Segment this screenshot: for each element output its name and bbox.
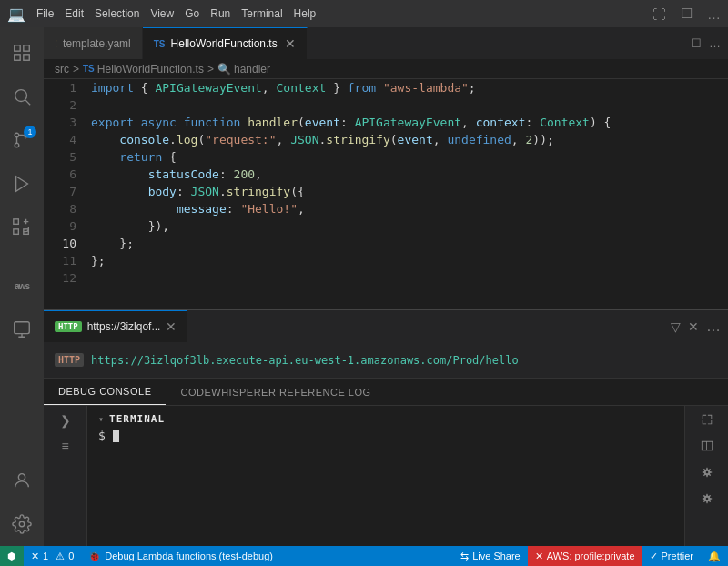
- status-remote[interactable]: ⬢: [0, 546, 24, 566]
- svg-point-15: [19, 521, 25, 527]
- status-aws-profile[interactable]: ✕ AWS: profile:private: [528, 546, 642, 566]
- svg-rect-1: [24, 45, 29, 51]
- terminal-right-buttons: [684, 406, 728, 546]
- breadcrumb-handler[interactable]: handler: [234, 63, 270, 76]
- status-prettier[interactable]: ✓ Prettier: [642, 546, 701, 566]
- code-line-5: return {: [91, 148, 721, 166]
- activity-source-control[interactable]: 1: [0, 118, 44, 162]
- menu-view[interactable]: View: [150, 7, 174, 20]
- titlebar: 💻 File Edit Selection View Go Run Termin…: [0, 0, 728, 27]
- tab-handler-close[interactable]: ✕: [285, 36, 296, 51]
- terminal-content[interactable]: ▾ TERMINAL $: [87, 406, 684, 546]
- sub-tab-debug[interactable]: DEBUG CONSOLE: [44, 379, 166, 405]
- aws-profile-label: AWS: profile:private: [547, 551, 635, 561]
- main-layout: 1 aws ! template.yaml TS: [0, 27, 728, 546]
- activity-extensions[interactable]: [0, 206, 44, 249]
- code-line-10: };: [91, 235, 721, 252]
- activity-remote[interactable]: [0, 308, 44, 351]
- term-maximize-icon[interactable]: [697, 409, 717, 432]
- panel-close-icon[interactable]: ✕: [688, 319, 699, 334]
- panel-minimize-icon[interactable]: ▽: [671, 319, 681, 334]
- sub-tabs: DEBUG CONSOLE CODEWHISPERER REFERENCE LO…: [44, 379, 728, 406]
- menu-file[interactable]: File: [36, 7, 54, 20]
- panel-url-label: https://3izlqof...: [87, 320, 161, 333]
- code-line-1: import { APIGatewayEvent, Context } from…: [91, 79, 721, 96]
- svg-rect-0: [15, 45, 20, 51]
- bell-icon: 🔔: [708, 551, 721, 562]
- app-icon: 💻: [7, 5, 25, 23]
- svg-rect-3: [15, 55, 20, 60]
- activity-accounts[interactable]: [0, 459, 44, 502]
- prettier-label: Prettier: [662, 551, 693, 561]
- terminal-expand-icon[interactable]: ❯: [56, 409, 75, 431]
- terminal-collapse-icon[interactable]: ▾: [98, 414, 104, 424]
- sub-tab-codewhisperer[interactable]: CODEWHISPERER REFERENCE LOG: [166, 379, 385, 405]
- panel-header: HTTP https://3izlqof... ✕ ▽ ✕ …: [44, 310, 728, 342]
- tab-handler-icon: TS: [154, 39, 166, 49]
- status-live-share[interactable]: ⇆ Live Share: [453, 546, 528, 566]
- menu-bar: File Edit Selection View Go Run Terminal…: [36, 7, 316, 20]
- activity-settings[interactable]: [0, 502, 44, 546]
- remote-icon: ⬢: [7, 551, 16, 562]
- terminal-list-icon[interactable]: ≡: [57, 435, 72, 457]
- url-full-text: https://3izlqof3lb.execute-api.eu-west-1…: [91, 354, 519, 367]
- menu-terminal[interactable]: Terminal: [241, 7, 282, 20]
- code-line-6: statusCode: 200,: [91, 166, 721, 183]
- split-editor-icon[interactable]: ☐: [691, 36, 702, 50]
- more-tabs-icon[interactable]: …: [709, 36, 721, 50]
- breadcrumb: src > TS HelloWorldFunction.ts > 🔍 handl…: [44, 59, 728, 79]
- activity-bar: 1 aws: [0, 27, 44, 546]
- code-editor[interactable]: 12345 6789 10 1112 import { APIGatewayEv…: [44, 79, 728, 309]
- more-actions-icon[interactable]: …: [707, 6, 721, 22]
- status-bar: ⬢ ✕ 1 ⚠ 0 🐞 Debug Lambda functions (test…: [0, 546, 728, 566]
- svg-line-5: [25, 100, 30, 105]
- activity-run-debug[interactable]: [0, 162, 44, 206]
- menu-go[interactable]: Go: [185, 7, 199, 20]
- panel-header-right: ▽ ✕ …: [663, 310, 728, 342]
- terminal-prompt: $: [98, 429, 673, 442]
- menu-help[interactable]: Help: [294, 7, 317, 20]
- code-line-9: }),: [91, 217, 721, 235]
- term-settings2-icon[interactable]: [697, 489, 717, 511]
- bottom-panel: HTTP https://3izlqof... ✕ ▽ ✕ … HTTP htt…: [44, 309, 728, 546]
- error-icon: ✕: [31, 551, 39, 562]
- code-line-8: message: "Hello!",: [91, 200, 721, 217]
- status-errors[interactable]: ✕ 1 ⚠ 0: [24, 546, 81, 566]
- breadcrumb-file[interactable]: HelloWorldFunction.ts: [97, 63, 204, 76]
- code-line-2: [91, 96, 721, 114]
- url-http-badge: HTTP: [55, 353, 84, 367]
- activity-explorer[interactable]: [0, 31, 44, 75]
- panel-more-icon[interactable]: …: [706, 318, 721, 335]
- panel-tab-url[interactable]: HTTP https://3izlqof... ✕: [44, 310, 187, 342]
- tab-handler[interactable]: TS HelloWorldFunction.ts ✕: [143, 27, 308, 59]
- status-debug[interactable]: 🐞 Debug Lambda functions (test-debug): [81, 546, 280, 566]
- prettier-icon: ✓: [650, 551, 658, 562]
- breadcrumb-ts-icon: TS: [83, 64, 95, 74]
- svg-point-7: [15, 143, 19, 147]
- panel-url-close[interactable]: ✕: [166, 319, 177, 334]
- breadcrumb-src[interactable]: src: [55, 63, 69, 76]
- term-split-icon[interactable]: [697, 436, 717, 459]
- code-line-12: [91, 269, 721, 287]
- svg-point-6: [15, 133, 19, 137]
- activity-aws[interactable]: aws: [0, 264, 44, 308]
- debug-icon: 🐞: [88, 551, 101, 562]
- menu-run[interactable]: Run: [210, 7, 230, 20]
- warning-count: 0: [68, 551, 74, 561]
- tab-template-icon: !: [55, 38, 57, 49]
- menu-selection[interactable]: Selection: [95, 7, 139, 20]
- terminal-header: ▾ TERMINAL: [98, 413, 673, 425]
- tab-template[interactable]: ! template.yaml: [44, 27, 143, 59]
- status-notifications[interactable]: 🔔: [701, 546, 728, 566]
- layout-icon[interactable]: ☐: [681, 5, 693, 22]
- editor-area: ! template.yaml TS HelloWorldFunction.ts…: [44, 27, 728, 546]
- source-control-badge: 1: [24, 126, 36, 138]
- svg-rect-13: [15, 322, 30, 334]
- term-settings-icon[interactable]: [697, 462, 717, 485]
- terminal-cursor: [113, 430, 119, 442]
- activity-search[interactable]: [0, 75, 44, 118]
- vscode-accounts-icon[interactable]: ⛶: [652, 6, 666, 22]
- svg-rect-11: [14, 219, 19, 225]
- tab-bar-actions: ☐ …: [683, 27, 728, 59]
- menu-edit[interactable]: Edit: [65, 7, 84, 20]
